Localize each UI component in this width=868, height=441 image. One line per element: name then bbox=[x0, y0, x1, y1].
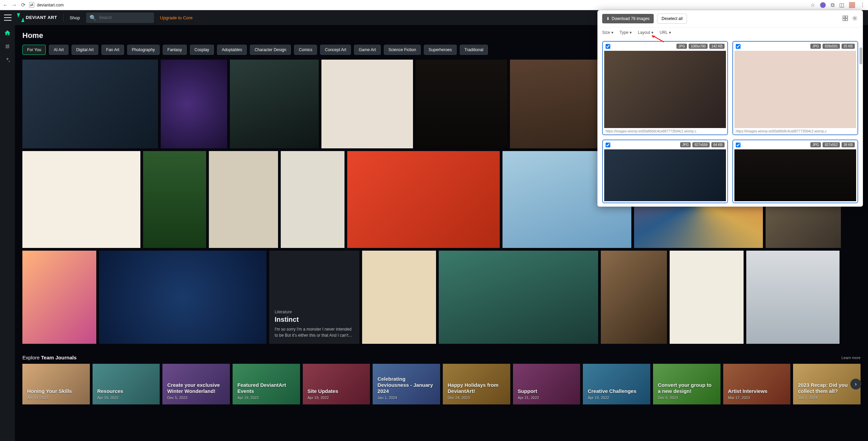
tab-concept-art[interactable]: Concept Art bbox=[320, 45, 351, 55]
deselect-all-button[interactable]: Deselect all bbox=[657, 14, 687, 24]
ext-image-card[interactable]: JPG 1085x700 142 KB https://images-wixmp… bbox=[602, 41, 728, 135]
deviantart-logo[interactable]: DEVIANT ART bbox=[18, 13, 57, 22]
profile-avatar[interactable] bbox=[849, 2, 855, 8]
lit-excerpt: I'm so sorry I'm a monster I never inten… bbox=[275, 326, 354, 338]
extensions-icon[interactable]: ⧉ bbox=[831, 2, 834, 8]
tab-ai-art[interactable]: AI Art bbox=[49, 45, 68, 55]
tab-cosplay[interactable]: Cosplay bbox=[190, 45, 214, 55]
journal-card[interactable]: Honing Your SkillsApr 19, 2022 bbox=[22, 364, 90, 404]
art-tile[interactable] bbox=[99, 251, 267, 344]
side-panel-icon[interactable]: ◫ bbox=[839, 2, 844, 8]
logo-icon bbox=[18, 13, 24, 22]
tab-fantasy[interactable]: Fantasy bbox=[163, 45, 187, 55]
art-tile[interactable] bbox=[22, 251, 96, 344]
download-icon: ⬇ bbox=[606, 16, 610, 21]
tab-adoptables[interactable]: Adoptables bbox=[217, 45, 247, 55]
ext-image-card[interactable]: JPG 827x558 64 KB bbox=[602, 140, 728, 203]
tab-game-art[interactable]: Game Art bbox=[354, 45, 381, 55]
filter-url[interactable]: URL ▾ bbox=[659, 30, 671, 35]
filter-type[interactable]: Type ▾ bbox=[619, 30, 632, 35]
image-select-checkbox[interactable] bbox=[606, 143, 610, 147]
scrollbar-thumb[interactable] bbox=[860, 47, 862, 64]
ext-image-card[interactable]: JPG 827x552 38 KB bbox=[732, 140, 858, 203]
art-tile[interactable] bbox=[416, 60, 507, 148]
journal-card[interactable]: Celebrating Deviousness - January 2024Ja… bbox=[373, 364, 440, 404]
journal-card[interactable]: Artist InterviewsMar 17, 2023 bbox=[723, 364, 791, 404]
search-box[interactable]: 🔍 bbox=[86, 13, 154, 23]
dims-badge: 1085x700 bbox=[689, 44, 708, 49]
filter-layout[interactable]: Layout ▾ bbox=[638, 30, 653, 35]
learn-more-link[interactable]: Learn more bbox=[842, 356, 861, 360]
art-tile[interactable] bbox=[161, 60, 227, 148]
star-icon[interactable]: ☆ bbox=[810, 2, 815, 8]
art-tile[interactable] bbox=[362, 251, 436, 344]
site-settings-icon[interactable]: ⇄ bbox=[29, 2, 34, 8]
literature-tile[interactable]: Literature Instinct I'm so sorry I'm a m… bbox=[269, 251, 359, 344]
art-tile[interactable] bbox=[670, 251, 744, 344]
svg-rect-5 bbox=[846, 16, 848, 18]
size-badge: 142 KB bbox=[709, 44, 725, 49]
tab-superheroes[interactable]: Superheroes bbox=[424, 45, 457, 55]
journal-card[interactable]: SupportApr 21, 2022 bbox=[513, 364, 580, 404]
hamburger-icon[interactable] bbox=[4, 15, 12, 21]
art-tile[interactable] bbox=[439, 251, 598, 344]
journal-card[interactable]: ResourcesApr 19, 2022 bbox=[93, 364, 160, 404]
image-url[interactable]: https://images-wixmp-ed30a86b8c4ca887773… bbox=[734, 128, 856, 133]
hash-icon[interactable] bbox=[4, 43, 11, 50]
chevron-down-icon: ▾ bbox=[669, 30, 671, 35]
filter-size[interactable]: Size ▾ bbox=[602, 30, 613, 35]
reload-icon[interactable]: ⟳ bbox=[20, 2, 26, 8]
settings-icon[interactable] bbox=[852, 16, 858, 22]
back-icon[interactable]: ← bbox=[3, 2, 8, 8]
home-icon[interactable] bbox=[4, 29, 11, 37]
art-tile[interactable] bbox=[209, 151, 278, 248]
tab-comics[interactable]: Comics bbox=[294, 45, 317, 55]
sparkle-icon[interactable] bbox=[4, 56, 11, 64]
journal-card[interactable]: Happy Holidays from DeviantArt!Dec 24, 2… bbox=[443, 364, 510, 404]
art-tile[interactable] bbox=[347, 151, 500, 248]
image-select-checkbox[interactable] bbox=[606, 44, 610, 49]
art-tile[interactable] bbox=[281, 151, 344, 248]
journal-card[interactable]: Convert your group to a new design!Dec 6… bbox=[653, 364, 721, 404]
ext-image-card[interactable]: JPG 828x591 25 KB https://images-wixmp-e… bbox=[732, 41, 858, 135]
menu-icon[interactable]: ⋮ bbox=[860, 2, 865, 8]
extension-panel: ⬇ Download 78 images Deselect all Size ▾… bbox=[597, 10, 863, 207]
image-url[interactable]: https://images-wixmp-ed30a86b8c4ca887773… bbox=[604, 128, 726, 133]
tab-traditional[interactable]: Traditional bbox=[460, 45, 488, 55]
art-tile[interactable] bbox=[22, 151, 140, 248]
tab-photography[interactable]: Photography bbox=[127, 45, 160, 55]
grid-view-icon[interactable] bbox=[843, 16, 849, 22]
forward-icon[interactable]: → bbox=[12, 2, 17, 8]
tab-digital-art[interactable]: Digital Art bbox=[72, 45, 98, 55]
tab-for-you[interactable]: For You bbox=[22, 45, 46, 55]
art-tile[interactable] bbox=[321, 60, 413, 148]
format-badge: JPG bbox=[676, 44, 687, 49]
tab-fan-art[interactable]: Fan Art bbox=[101, 45, 124, 55]
journal-card[interactable]: Create your exclusive Winter Wonderland!… bbox=[162, 364, 230, 404]
size-badge: 38 KB bbox=[842, 142, 855, 147]
art-tile[interactable] bbox=[230, 60, 319, 148]
art-tile[interactable] bbox=[143, 151, 206, 248]
image-select-checkbox[interactable] bbox=[736, 143, 741, 147]
tab-science-fiction[interactable]: Science Fiction bbox=[384, 45, 421, 55]
address-bar[interactable]: ⇄ deviantart.com bbox=[29, 2, 807, 8]
upgrade-link[interactable]: Upgrade to Core bbox=[160, 15, 193, 20]
art-tile[interactable] bbox=[22, 60, 158, 148]
journal-card[interactable]: Site UpdatesApr 19, 2022 bbox=[303, 364, 370, 404]
search-input[interactable] bbox=[99, 15, 151, 20]
image-select-checkbox[interactable] bbox=[736, 44, 741, 49]
art-tile[interactable] bbox=[601, 251, 667, 344]
svg-rect-4 bbox=[843, 16, 845, 18]
journal-card[interactable]: Creative ChallengesApr 19, 2022 bbox=[583, 364, 650, 404]
download-images-button[interactable]: ⬇ Download 78 images bbox=[602, 14, 654, 23]
shop-link[interactable]: Shop bbox=[70, 15, 80, 20]
size-badge: 25 KB bbox=[842, 44, 855, 49]
ext-grid[interactable]: JPG 1085x700 142 KB https://images-wixmp… bbox=[597, 38, 863, 207]
journals-next-icon[interactable]: › bbox=[850, 379, 861, 390]
explore-title: Explore Team Journals bbox=[22, 355, 77, 360]
journal-card[interactable]: Featured DeviantArt EventsApr 19, 2022 bbox=[233, 364, 300, 404]
art-tile[interactable] bbox=[746, 251, 840, 344]
extension-avatar-icon[interactable] bbox=[820, 2, 826, 8]
tab-character-design[interactable]: Character Design bbox=[250, 45, 291, 55]
chevron-down-icon: ▾ bbox=[611, 30, 613, 35]
